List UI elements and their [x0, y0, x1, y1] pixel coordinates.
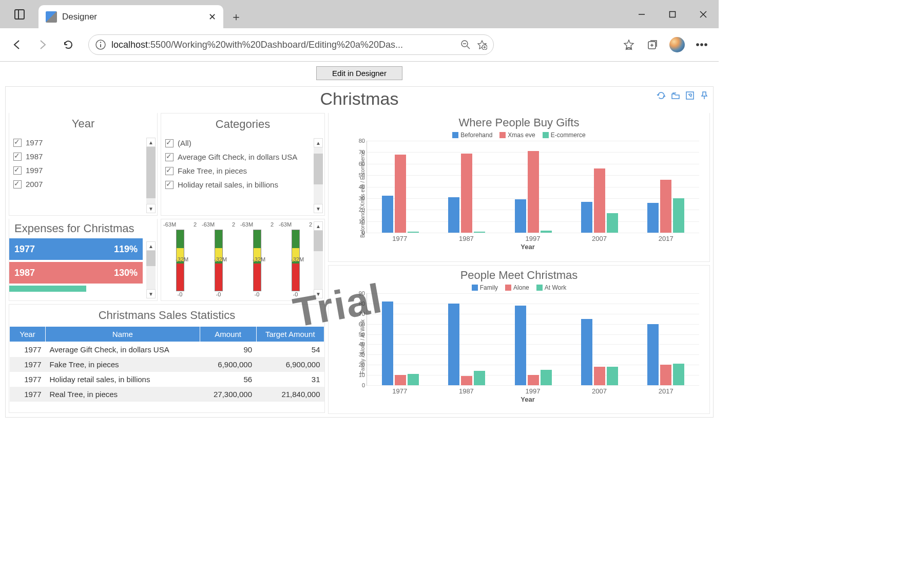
filter-item[interactable]: 1987 [13, 149, 153, 163]
bar-group[interactable] [566, 141, 632, 233]
scrollbar[interactable]: ▲▼ [314, 221, 323, 298]
scroll-down-icon[interactable]: ▼ [314, 289, 323, 298]
bar[interactable] [515, 199, 526, 233]
table-header[interactable]: Name [46, 327, 200, 342]
bar[interactable] [448, 304, 459, 385]
bar-group[interactable] [367, 141, 433, 233]
bar-group[interactable] [433, 293, 499, 385]
window-close-button[interactable] [688, 0, 719, 28]
bar[interactable] [461, 154, 472, 233]
bar-group[interactable] [500, 293, 566, 385]
filter-item[interactable]: (All) [165, 136, 320, 150]
table-row[interactable]: 1977Holiday retail sales, in billions563… [10, 372, 324, 387]
bar[interactable] [448, 197, 459, 233]
checkbox-icon[interactable] [13, 166, 22, 175]
bar[interactable] [515, 306, 526, 385]
edit-in-designer-button[interactable]: Edit in Designer [316, 66, 402, 80]
window-maximize-button[interactable] [657, 0, 688, 28]
zoom-out-icon[interactable] [460, 40, 471, 50]
scrollbar[interactable]: ▲▼ [146, 138, 156, 213]
scroll-thumb[interactable] [314, 154, 323, 184]
expenses-bar[interactable] [9, 286, 86, 292]
checkbox-icon[interactable] [13, 153, 22, 161]
fullscreen-icon[interactable] [684, 90, 696, 101]
bar[interactable] [528, 151, 539, 233]
scroll-down-icon[interactable]: ▼ [146, 204, 156, 213]
bar-group[interactable] [367, 293, 433, 385]
bar[interactable] [382, 196, 393, 233]
favorites-icon[interactable] [618, 34, 640, 55]
site-info-icon[interactable] [95, 39, 106, 50]
table-row[interactable]: 1977Real Tree, in pieces27,300,00021,840… [10, 387, 324, 402]
new-tab-button[interactable]: ＋ [223, 5, 249, 28]
bar[interactable] [660, 180, 671, 233]
expenses-bar[interactable]: 1977119% [9, 238, 143, 260]
gauge[interactable]: -63M2-32M-0 [204, 221, 233, 298]
bar-group[interactable] [433, 141, 499, 233]
expenses-bar[interactable]: 1987130% [9, 262, 143, 284]
bar[interactable] [607, 213, 618, 233]
scroll-up-icon[interactable]: ▲ [146, 138, 156, 147]
checkbox-icon[interactable] [165, 181, 174, 189]
bar[interactable] [528, 375, 539, 385]
bar[interactable] [408, 374, 419, 385]
filter-item[interactable]: 2007 [13, 177, 153, 191]
checkbox-icon[interactable] [13, 139, 22, 147]
bar[interactable] [408, 232, 419, 233]
bar-group[interactable] [500, 141, 566, 233]
url-bar[interactable]: localhost:5500/Working%20with%20Dashboar… [88, 34, 494, 55]
pin-icon[interactable] [699, 90, 710, 101]
bar[interactable] [474, 371, 485, 385]
legend-item[interactable]: Family [472, 284, 498, 291]
bar[interactable] [581, 202, 592, 233]
scroll-up-icon[interactable]: ▲ [314, 138, 323, 147]
tab-close-icon[interactable]: ✕ [208, 11, 216, 23]
refresh-icon[interactable] [656, 90, 667, 101]
panel-toggle-icon[interactable] [14, 9, 25, 20]
scroll-up-icon[interactable]: ▲ [146, 241, 156, 251]
checkbox-icon[interactable] [13, 180, 22, 189]
bar[interactable] [673, 364, 684, 385]
bar[interactable] [461, 376, 472, 385]
checkbox-icon[interactable] [165, 139, 174, 147]
filter-item[interactable]: 1977 [13, 136, 153, 149]
bar[interactable] [660, 365, 671, 385]
nav-refresh-button[interactable] [57, 34, 79, 55]
checkbox-icon[interactable] [165, 153, 174, 161]
bar[interactable] [382, 302, 393, 385]
collections-icon[interactable] [642, 34, 663, 55]
bar-group[interactable] [566, 293, 632, 385]
filter-item[interactable]: 1997 [13, 163, 153, 177]
table-header[interactable]: Year [10, 327, 46, 342]
legend-item[interactable]: Alone [505, 284, 529, 291]
bar[interactable] [395, 375, 406, 385]
gauge[interactable]: -63M2-32M-0 [165, 221, 195, 298]
nav-back-button[interactable] [6, 34, 28, 55]
scrollbar[interactable]: ▲▼ [314, 138, 323, 213]
legend-item[interactable]: Beforehand [452, 131, 492, 139]
favorite-add-icon[interactable] [477, 40, 487, 50]
gauge[interactable]: -63M2-32M-0 [242, 221, 272, 298]
scroll-up-icon[interactable]: ▲ [314, 221, 323, 231]
scroll-thumb[interactable] [314, 231, 323, 251]
scrollbar[interactable]: ▲▼ [146, 241, 156, 298]
scroll-down-icon[interactable]: ▼ [146, 289, 156, 298]
bar-group[interactable] [633, 293, 699, 385]
bar[interactable] [647, 203, 659, 233]
legend-item[interactable]: At Work [536, 284, 566, 291]
legend-item[interactable]: Xmas eve [499, 131, 535, 139]
window-minimize-button[interactable] [626, 0, 657, 28]
bar[interactable] [474, 232, 485, 233]
table-header[interactable]: Amount [200, 327, 256, 342]
checkbox-icon[interactable] [165, 167, 174, 175]
bar[interactable] [594, 168, 605, 233]
bar[interactable] [607, 367, 618, 385]
table-row[interactable]: 1977Average Gift Check, in dollars USA90… [10, 342, 324, 357]
filter-item[interactable]: Average Gift Check, in dollars USA [165, 150, 320, 164]
scroll-down-icon[interactable]: ▼ [314, 204, 323, 213]
table-row[interactable]: 1977Fake Tree, in pieces6,900,0006,900,0… [10, 357, 324, 372]
legend-item[interactable]: E-commerce [543, 131, 586, 139]
bar[interactable] [541, 370, 552, 385]
filter-item[interactable]: Fake Tree, in pieces [165, 164, 320, 178]
scroll-thumb[interactable] [146, 251, 156, 266]
